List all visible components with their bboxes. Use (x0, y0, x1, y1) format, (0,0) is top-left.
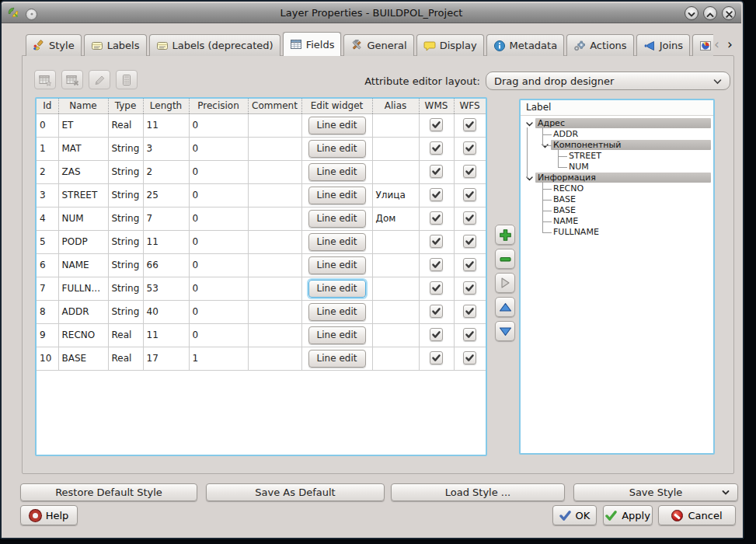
alias-cell[interactable] (372, 347, 419, 370)
wfs-checkbox[interactable] (463, 165, 476, 178)
id-cell[interactable]: 3 (37, 183, 58, 207)
wfs-checkbox[interactable] (463, 141, 476, 155)
edit-widget-button[interactable]: Line edit (308, 233, 366, 251)
tab-actions[interactable]: Actions (566, 34, 634, 56)
wfs-checkbox[interactable] (463, 305, 476, 318)
comment-cell[interactable] (248, 277, 301, 300)
alias-cell[interactable]: Улица (372, 183, 419, 207)
column-header-alias[interactable]: Alias (372, 99, 419, 113)
name-cell[interactable]: RECNO (58, 323, 108, 347)
alias-cell[interactable] (372, 300, 419, 323)
name-cell[interactable]: NAME (58, 253, 108, 277)
wms-checkbox[interactable] (430, 211, 443, 225)
apply-button[interactable]: Apply (603, 505, 653, 525)
wms-checkbox[interactable] (430, 258, 443, 271)
tab-metadata[interactable]: Metadata (486, 34, 565, 56)
comment-cell[interactable] (248, 253, 301, 277)
edit-widget-button[interactable]: Line edit (308, 117, 366, 134)
column-header-comment[interactable]: Comment (248, 99, 301, 113)
alias-cell[interactable] (372, 277, 419, 300)
wfs-checkbox[interactable] (463, 328, 476, 341)
alias-cell[interactable] (372, 230, 419, 253)
type-cell[interactable]: String (108, 137, 143, 160)
attribute-editor-layout-select[interactable]: Drag and drop designer (486, 71, 730, 90)
move-up-button[interactable] (495, 297, 515, 317)
length-cell[interactable]: 7 (143, 207, 189, 230)
tab-scroll-right-button[interactable]: › (727, 37, 733, 51)
id-cell[interactable]: 1 (37, 137, 58, 160)
precision-cell[interactable]: 0 (189, 207, 248, 230)
tree-item-num[interactable]: NUM (521, 162, 713, 173)
edit-widget-button[interactable]: Line edit (308, 163, 366, 181)
precision-cell[interactable]: 0 (189, 253, 248, 277)
column-header-name[interactable]: Name (58, 99, 108, 113)
alias-cell[interactable] (372, 253, 419, 277)
maximize-button[interactable] (703, 6, 717, 20)
name-cell[interactable]: FULLN... (58, 277, 108, 300)
precision-cell[interactable]: 0 (189, 230, 248, 253)
id-cell[interactable]: 10 (37, 347, 58, 370)
comment-cell[interactable] (248, 183, 301, 207)
edit-widget-button[interactable]: Line edit (308, 350, 366, 368)
wfs-checkbox[interactable] (463, 235, 476, 248)
column-header-edit-widget[interactable]: Edit widget (301, 99, 372, 113)
precision-cell[interactable]: 0 (189, 300, 248, 323)
name-cell[interactable]: PODP (58, 230, 108, 253)
precision-cell[interactable]: 1 (189, 347, 248, 370)
comment-cell[interactable] (248, 207, 301, 230)
wfs-checkbox[interactable] (463, 118, 476, 131)
load-style-button[interactable]: Load Style ... (391, 483, 565, 501)
length-cell[interactable]: 11 (143, 230, 189, 253)
type-cell[interactable]: String (108, 183, 143, 207)
comment-cell[interactable] (248, 300, 301, 323)
wfs-checkbox[interactable] (463, 351, 476, 364)
comment-cell[interactable] (248, 137, 301, 160)
toggle-editing-button[interactable] (89, 70, 110, 89)
type-cell[interactable]: String (108, 207, 143, 230)
tab-labels-deprecated[interactable]: Labels (deprecated) (149, 34, 280, 56)
name-cell[interactable]: ET (58, 113, 108, 137)
wms-checkbox[interactable] (430, 188, 443, 201)
id-cell[interactable]: 6 (37, 253, 58, 277)
alias-cell[interactable]: Дом (372, 207, 419, 230)
length-cell[interactable]: 2 (143, 160, 189, 183)
name-cell[interactable]: MAT (58, 137, 108, 160)
length-cell[interactable]: 11 (143, 113, 189, 137)
length-cell[interactable]: 17 (143, 347, 189, 370)
tree-item-street[interactable]: STREET (521, 151, 713, 162)
length-cell[interactable]: 40 (143, 300, 189, 323)
wfs-checkbox[interactable] (463, 281, 476, 295)
length-cell[interactable]: 53 (143, 277, 189, 300)
wfs-checkbox[interactable] (463, 211, 476, 225)
wms-checkbox[interactable] (430, 305, 443, 318)
precision-cell[interactable]: 0 (189, 277, 248, 300)
tab-labels[interactable]: Labels (84, 34, 147, 56)
type-cell[interactable]: Real (108, 323, 143, 347)
save-as-default-button[interactable]: Save As Default (206, 483, 385, 501)
tree-item-[interactable]: Адрес (521, 118, 713, 129)
move-down-button[interactable] (495, 321, 515, 341)
id-cell[interactable]: 5 (37, 230, 58, 253)
alias-cell[interactable] (372, 113, 419, 137)
column-header-wfs[interactable]: WFS (454, 99, 486, 113)
delete-column-button[interactable] (61, 70, 83, 89)
length-cell[interactable]: 11 (143, 323, 189, 347)
save-style-button[interactable]: Save Style (573, 483, 738, 501)
id-cell[interactable]: 9 (37, 323, 58, 347)
help-button[interactable]: Help (20, 505, 78, 525)
type-cell[interactable]: Real (108, 347, 143, 370)
type-cell[interactable]: String (108, 160, 143, 183)
comment-cell[interactable] (248, 323, 301, 347)
name-cell[interactable]: ADDR (58, 300, 108, 323)
new-column-button[interactable] (34, 70, 56, 89)
wms-checkbox[interactable] (430, 165, 443, 178)
wfs-checkbox[interactable] (463, 258, 476, 271)
minimize-button[interactable] (685, 6, 699, 20)
alias-cell[interactable] (372, 160, 419, 183)
titlebar[interactable]: Layer Properties - BUILDPOL_Project (2, 3, 741, 23)
tab-style[interactable]: Style (26, 34, 82, 56)
tab-diagram-icon[interactable] (692, 34, 713, 56)
remove-button[interactable] (495, 249, 515, 269)
name-cell[interactable]: ZAS (58, 160, 108, 183)
restore-default-style-button[interactable]: Restore Default Style (20, 483, 197, 501)
